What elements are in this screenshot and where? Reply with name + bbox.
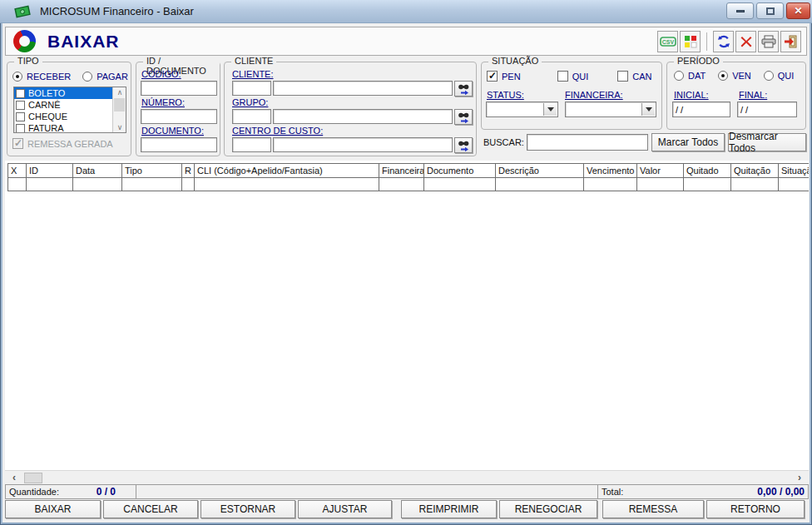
table-row[interactable] [8, 178, 810, 191]
final-label: FINAL: [739, 90, 767, 100]
renegociar-button[interactable]: RENEGOCIAR [499, 500, 597, 518]
checkbox-can[interactable] [617, 71, 628, 82]
csv-icon: CSV [660, 35, 676, 48]
app-icon [13, 5, 32, 18]
toolbar-separator [706, 32, 707, 51]
scroll-thumb[interactable] [24, 473, 42, 483]
column-header: X [8, 164, 27, 178]
radio-receber[interactable] [12, 72, 22, 82]
buscar-label: BUSCAR: [483, 137, 524, 147]
scroll-left-icon[interactable]: ‹ [7, 471, 22, 485]
cliente-lookup-button[interactable] [454, 81, 473, 97]
list-item-label: BOLETO [28, 88, 65, 98]
list-item[interactable]: BOLETO [14, 87, 112, 99]
list-item-checkbox[interactable] [16, 89, 25, 98]
ajustar-button[interactable]: AJUSTAR [298, 500, 392, 518]
radio-dat[interactable] [674, 71, 684, 81]
column-header: Quitação [731, 164, 779, 178]
checkbox-pen[interactable] [487, 71, 498, 82]
documento-input[interactable] [141, 137, 217, 152]
checkbox-pen-label: PEN [502, 72, 521, 82]
maximize-button[interactable] [756, 2, 784, 19]
column-header: Documento [424, 164, 496, 178]
page-title: BAIXAR [47, 32, 120, 52]
cliente-name-input[interactable] [273, 81, 453, 96]
checkbox-remessa-gerada [12, 138, 23, 149]
documento-label: DOCUMENTO: [141, 126, 204, 136]
financeira-dropdown[interactable] [565, 102, 656, 117]
records-grid[interactable]: X ID Data Tipo R CLI (Código+Apelido/Fan… [5, 161, 809, 470]
list-item[interactable]: CARNÊ [14, 99, 112, 111]
grupo-name-input[interactable] [273, 109, 453, 124]
reimprimir-button[interactable]: REIMPRIMIR [401, 500, 497, 518]
list-item-checkbox[interactable] [16, 124, 25, 133]
retorno-button[interactable]: RETORNO [706, 500, 805, 518]
dropdown-arrow-icon[interactable] [641, 103, 655, 116]
horizontal-scrollbar[interactable]: ‹ › [5, 470, 809, 484]
column-header: Descrição [496, 164, 584, 178]
buscar-input[interactable] [527, 134, 648, 151]
list-item-checkbox[interactable] [16, 112, 25, 121]
baixar-button[interactable]: BAIXAR [5, 500, 101, 518]
table-header-row[interactable]: X ID Data Tipo R CLI (Código+Apelido/Fan… [8, 164, 810, 178]
cancel-button-toolbar[interactable] [735, 31, 756, 52]
group-cliente: CLIENTE CLIENTE: GRUPO: CENTRO DE CUSTO: [224, 62, 477, 156]
header-band: BAIXAR CSV [5, 27, 807, 56]
list-item-label: CARNÊ [28, 100, 61, 110]
scroll-thumb[interactable] [114, 98, 125, 111]
estornar-button[interactable]: ESTORNAR [201, 500, 295, 518]
quantity-panel: Quantidade: 0 / 0 [5, 484, 136, 499]
radio-ven-label: VEN [732, 71, 751, 81]
minimize-icon [736, 10, 745, 12]
centro-custo-code-input[interactable] [232, 137, 271, 152]
cliente-code-input[interactable] [232, 81, 271, 96]
desmarcar-todos-button[interactable]: Desmarcar Todos [728, 133, 806, 151]
radio-ven[interactable] [718, 71, 728, 81]
list-scrollbar[interactable]: ∧ ∨ [112, 87, 126, 132]
action-bar: BAIXAR CANCELAR ESTORNAR AJUSTAR REIMPRI… [2, 500, 810, 520]
centro-custo-lookup-button[interactable] [454, 137, 473, 153]
dropdown-arrow-icon[interactable] [543, 103, 557, 116]
color-legend-button[interactable] [680, 31, 701, 52]
status-dropdown[interactable] [486, 102, 558, 117]
column-header: CLI (Código+Apelido/Fantasia) [195, 164, 379, 178]
print-button[interactable] [758, 31, 779, 52]
refresh-button[interactable] [713, 31, 734, 52]
scroll-right-icon[interactable]: › [792, 471, 807, 485]
marcar-todos-button[interactable]: Marcar Todos [651, 133, 725, 151]
tipo-listbox[interactable]: BOLETO CARNÊ CHEQUE FATURA ∧ ∨ [13, 87, 126, 133]
radio-pagar[interactable] [82, 72, 92, 82]
exit-button[interactable] [780, 31, 801, 52]
close-button[interactable]: ✕ [786, 2, 810, 19]
grupo-code-input[interactable] [232, 109, 271, 124]
printer-icon [761, 35, 776, 48]
scroll-up-icon[interactable]: ∧ [113, 87, 126, 97]
grupo-lookup-button[interactable] [454, 109, 473, 125]
group-tipo: TIPO RECEBER PAGAR BOLETO CARNÊ CHEQUE [7, 62, 131, 156]
radio-receber-label: RECEBER [27, 72, 71, 82]
list-item[interactable]: CHEQUE [14, 111, 112, 122]
list-item[interactable]: FATURA [14, 122, 112, 133]
column-header: Tipo [122, 164, 182, 178]
radio-pagar-label: PAGAR [97, 72, 128, 82]
csv-export-button[interactable]: CSV [657, 31, 678, 52]
final-date-input[interactable] [737, 102, 797, 117]
checkbox-qui[interactable] [557, 71, 568, 82]
inicial-date-input[interactable] [672, 102, 730, 117]
remessa-button[interactable]: REMESSA [602, 500, 704, 518]
numero-input[interactable] [141, 109, 217, 124]
radio-dat-label: DAT [688, 71, 706, 81]
numero-label: NÚMERO: [141, 97, 185, 107]
maximize-icon [766, 7, 775, 15]
centro-custo-name-input[interactable] [273, 137, 453, 152]
radio-qui-periodo[interactable] [764, 71, 774, 81]
records-table: X ID Data Tipo R CLI (Código+Apelido/Fan… [7, 163, 809, 191]
codigo-input[interactable] [141, 81, 217, 96]
scroll-down-icon[interactable]: ∨ [113, 122, 126, 132]
list-item-checkbox[interactable] [16, 101, 25, 110]
cancelar-button[interactable]: CANCELAR [103, 500, 198, 518]
titlebar: MICROSUM Financeiro - Baixar ✕ [0, 0, 812, 23]
app-logo-icon [13, 30, 36, 52]
checkbox-can-label: CAN [632, 72, 651, 82]
minimize-button[interactable] [726, 2, 754, 19]
